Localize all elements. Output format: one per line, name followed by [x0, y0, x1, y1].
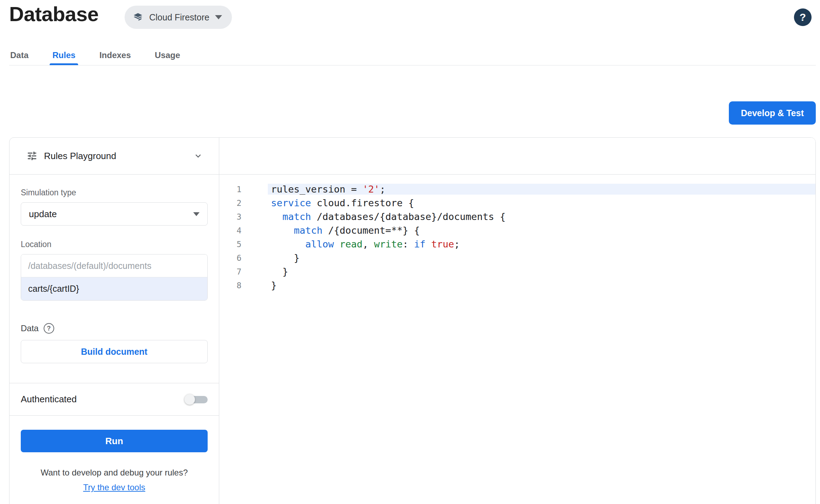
code-line[interactable]: 8} [219, 278, 815, 292]
code-line[interactable]: 6 } [219, 251, 815, 265]
develop-test-button[interactable]: Develop & Test [729, 101, 816, 125]
simulation-type-value: update [29, 209, 57, 220]
line-number: 5 [219, 240, 241, 249]
code-line[interactable]: 7 } [219, 265, 815, 278]
code-text[interactable]: allow read, write: if true; [268, 239, 815, 250]
playground-form: Simulation type update Location /databas… [10, 175, 219, 363]
location-field-group: /databases/(default)/documents carts/{ca… [21, 254, 208, 301]
authenticated-label: Authenticated [21, 394, 77, 405]
simulation-type-select[interactable]: update [21, 202, 208, 226]
select-caret-icon [193, 212, 200, 216]
code-text[interactable]: } [268, 266, 815, 277]
code-line[interactable]: 2service cloud.firestore { [219, 196, 815, 210]
code-line[interactable]: 1rules_version = '2'; [219, 182, 815, 196]
product-selector-label: Cloud Firestore [149, 12, 209, 23]
code-text[interactable]: } [268, 280, 815, 291]
code-text[interactable]: } [268, 252, 815, 263]
data-section-header: Data ? [21, 323, 208, 334]
tab-rules[interactable]: Rules [52, 45, 76, 65]
product-selector[interactable]: Cloud Firestore [125, 6, 232, 29]
line-number: 2 [219, 199, 241, 208]
toggle-thumb [184, 394, 195, 405]
caret-down-icon [215, 15, 222, 19]
location-base-path: /databases/(default)/documents [21, 254, 207, 277]
code-text[interactable]: match /{document=**} { [268, 225, 815, 236]
code-text[interactable]: service cloud.firestore { [268, 197, 815, 208]
tab-bar: Data Rules Indexes Usage [10, 45, 181, 65]
rules-playground-title: Rules Playground [44, 151, 187, 162]
rules-playground-header[interactable]: Rules Playground [10, 138, 219, 175]
firestore-database-page: Database Cloud Firestore ? Data Rules In… [0, 0, 820, 504]
code-line[interactable]: 3 match /databases/{database}/documents … [219, 210, 815, 223]
line-number: 6 [219, 253, 241, 263]
run-button[interactable]: Run [21, 430, 208, 452]
location-label: Location [21, 240, 208, 249]
page-title: Database [9, 2, 99, 26]
dev-hint-text: Want to develop and debug your rules? [21, 468, 208, 478]
line-number: 7 [219, 267, 241, 276]
data-help-glyph: ? [47, 325, 51, 332]
code-lines: 1rules_version = '2';2service cloud.fire… [219, 175, 815, 292]
data-help-icon[interactable]: ? [44, 323, 54, 334]
line-number: 3 [219, 212, 241, 221]
dev-tools-link[interactable]: Try the dev tools [21, 483, 208, 492]
line-number: 1 [219, 185, 241, 194]
data-label: Data [21, 323, 39, 333]
line-number: 4 [219, 226, 241, 235]
location-input[interactable]: carts/{cartID} [21, 277, 207, 300]
tune-icon [26, 150, 38, 162]
run-section: Run Want to develop and debug your rules… [10, 416, 219, 492]
tab-data[interactable]: Data [10, 45, 29, 65]
simulation-type-label: Simulation type [21, 188, 208, 197]
authenticated-row: Authenticated [10, 383, 219, 415]
rules-playground-panel: Rules Playground Simulation type update … [10, 138, 219, 504]
tab-usage[interactable]: Usage [154, 45, 181, 65]
question-mark-icon: ? [800, 11, 806, 23]
build-document-button[interactable]: Build document [21, 340, 208, 363]
code-line[interactable]: 5 allow read, write: if true; [219, 237, 815, 251]
rules-editor: 1rules_version = '2';2service cloud.fire… [219, 138, 815, 504]
line-number: 8 [219, 281, 241, 290]
authenticated-toggle[interactable] [184, 394, 208, 405]
code-line[interactable]: 4 match /{document=**} { [219, 223, 815, 237]
tab-indexes[interactable]: Indexes [99, 45, 131, 65]
tab-divider [9, 65, 816, 65]
chevron-down-icon [193, 151, 203, 161]
code-text[interactable]: rules_version = '2'; [268, 184, 815, 195]
code-text[interactable]: match /databases/{database}/documents { [268, 211, 815, 222]
firestore-icon [132, 12, 144, 23]
rules-card: Rules Playground Simulation type update … [9, 137, 816, 504]
editor-toolbar [219, 138, 815, 175]
help-button[interactable]: ? [794, 8, 812, 26]
